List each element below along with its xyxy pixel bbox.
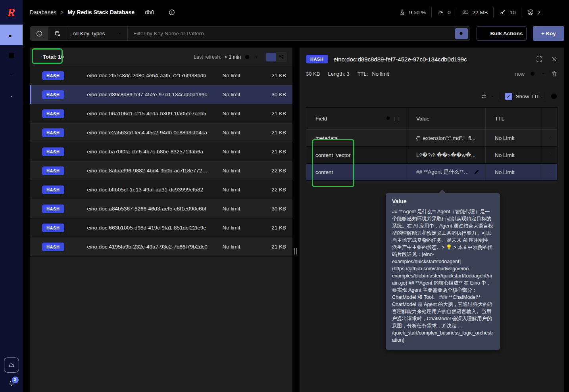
key-size: 21 KB bbox=[255, 111, 286, 117]
show-ttl-toggle[interactable]: ✓ Show TTL bbox=[505, 93, 540, 100]
hash-field-row[interactable]: metadata {"_extension":".md","_fi... No … bbox=[306, 130, 557, 147]
show-ttl-checkbox[interactable]: ✓ bbox=[505, 93, 512, 100]
hash-field-ttl[interactable]: No Limit bbox=[495, 152, 515, 158]
key-filter-group: All Key Types bbox=[30, 26, 470, 41]
insights-button[interactable] bbox=[555, 8, 563, 17]
key-type-badge: HASH bbox=[42, 205, 64, 213]
key-list-row[interactable]: HASH eino:doc:bffb05cf-1e13-49af-aa31-dc… bbox=[30, 180, 292, 199]
fullscreen-icon[interactable] bbox=[536, 55, 543, 63]
sidebar-item-analytics[interactable] bbox=[0, 66, 23, 86]
refresh-settings-chevron[interactable] bbox=[254, 54, 259, 60]
redis-logo[interactable]: R bbox=[0, 0, 23, 25]
value-tooltip: Value ## **Agent 是什么** Agent（智能代理）是一个能够感… bbox=[386, 193, 500, 350]
top-header: Databases > My Redis Stack Database db0 … bbox=[23, 0, 569, 25]
key-ttl: No limit bbox=[208, 73, 255, 78]
key-type-badge: HASH bbox=[42, 147, 64, 156]
refresh-details-chevron[interactable] bbox=[540, 71, 546, 76]
cloud-button[interactable] bbox=[4, 358, 19, 373]
redis-logo-letter: R bbox=[7, 6, 15, 19]
key-list-row[interactable]: HASH eino:doc:4195fa9b-232c-49a7-93c2-7b… bbox=[30, 237, 292, 256]
column-header-ttl: TTL bbox=[495, 116, 504, 122]
plus-circle-icon bbox=[550, 92, 558, 100]
sidebar-item-workbench[interactable] bbox=[0, 45, 23, 66]
breadcrumb-separator: > bbox=[60, 9, 63, 15]
hash-field-row-hovered[interactable]: content ## **Agent 是什么** A... No Limit bbox=[306, 164, 557, 181]
notifications-button[interactable]: 3 bbox=[8, 380, 15, 388]
pencil-icon bbox=[473, 169, 480, 175]
key-list-row[interactable]: HASH eino:doc:06a106d1-cf15-4eda-b309-1f… bbox=[30, 104, 292, 123]
sidebar-item-browser[interactable] bbox=[0, 25, 23, 45]
key-size: 21 KB bbox=[255, 244, 286, 250]
trash-icon[interactable] bbox=[550, 135, 552, 141]
key-ttl: No limit bbox=[208, 187, 255, 193]
key-list-row[interactable]: HASH eino:doc:ba70f0fa-cbf6-4b7c-b8be-83… bbox=[30, 142, 292, 161]
trash-icon[interactable] bbox=[550, 152, 552, 158]
add-key-button[interactable]: + Key bbox=[533, 26, 564, 41]
stat-value: 10 bbox=[509, 10, 515, 15]
db-info-icon[interactable] bbox=[168, 9, 175, 16]
hash-table-header: Field ❘❘ Value TTL bbox=[306, 108, 557, 130]
edit-db-alias-icon[interactable] bbox=[158, 9, 164, 15]
hash-field-value[interactable]: {"_extension":".md","_fi... bbox=[416, 135, 475, 141]
refresh-details-button[interactable] bbox=[529, 71, 536, 77]
sidebar-item-pubsub[interactable] bbox=[0, 86, 23, 107]
key-list-row[interactable]: HASH eino:doc:663b1005-d98d-419c-9fa1-85… bbox=[30, 218, 292, 237]
column-header-field: Field bbox=[315, 116, 327, 122]
bulk-actions-button[interactable]: Bulk Actions bbox=[477, 26, 527, 41]
key-list-row[interactable]: HASH eino:doc:8afaa396-9882-4bd4-9b0b-ac… bbox=[30, 161, 292, 180]
key-name: eino:doc:06a106d1-cf15-4eda-b309-1fa05fe… bbox=[87, 111, 208, 117]
hash-field-value[interactable]: L?�?\? ��>��w�... bbox=[416, 152, 475, 158]
chevron-down-icon bbox=[254, 54, 259, 60]
key-filter-input[interactable] bbox=[133, 31, 455, 36]
ttl-label: TTL: bbox=[358, 71, 368, 77]
key-type-dropdown[interactable]: All Key Types bbox=[67, 27, 127, 40]
add-field-button[interactable] bbox=[550, 92, 558, 100]
key-name: eino:doc:663b1005-d98d-419c-9fa1-851dcf2… bbox=[87, 225, 208, 231]
search-database-icon bbox=[54, 30, 61, 37]
ttl-value[interactable]: No limit bbox=[372, 71, 389, 77]
column-resize-handle[interactable]: ❘❘ bbox=[393, 116, 401, 121]
breadcrumb-databases-link[interactable]: Databases bbox=[30, 9, 56, 15]
search-by-values-button[interactable] bbox=[48, 27, 67, 40]
key-list-row[interactable]: HASH eino:doc:2f51c8dc-2d80-4eb4-aaf5-72… bbox=[30, 66, 292, 85]
stat-value: 2 bbox=[537, 10, 540, 15]
key-ttl: No limit bbox=[208, 206, 255, 212]
db-index-label[interactable]: db0 bbox=[145, 9, 154, 15]
hash-field-ttl[interactable]: No Limit bbox=[495, 169, 515, 175]
key-list-row[interactable]: HASH eino:doc:e2a563dd-fec4-45c2-94db-0e… bbox=[30, 123, 292, 142]
key-size: 22 KB bbox=[255, 187, 286, 193]
hash-field-row[interactable]: content_vector L?�?\? ��>��w�... No Limi… bbox=[306, 147, 557, 164]
key-ttl: No limit bbox=[208, 130, 255, 136]
key-name: eino:doc:8afaa396-9882-4bd4-9b0b-ac7f18e… bbox=[87, 168, 208, 174]
pubsub-icon bbox=[8, 93, 15, 101]
tree-view-button[interactable] bbox=[276, 53, 286, 61]
key-size: 30 KB bbox=[255, 92, 286, 98]
value-formatter-dropdown[interactable] bbox=[481, 93, 495, 100]
hash-field-value[interactable]: ## **Agent 是什么** A... bbox=[416, 168, 470, 176]
key-ttl: No limit bbox=[208, 168, 255, 174]
edit-value-button[interactable] bbox=[473, 169, 480, 175]
filter-mode-button[interactable] bbox=[30, 27, 48, 40]
hash-field-ttl[interactable]: No Limit bbox=[495, 135, 515, 141]
key-type-badge: HASH bbox=[42, 90, 64, 99]
last-refresh-value: < 1 min bbox=[225, 54, 241, 60]
refresh-keys-button[interactable] bbox=[244, 54, 250, 60]
redisinsight-app: R bbox=[0, 0, 569, 392]
key-name: eino:doc:bffb05cf-1e13-49af-aa31-dc93999… bbox=[87, 187, 208, 193]
search-fields-icon[interactable] bbox=[385, 115, 392, 122]
show-ttl-label: Show TTL bbox=[516, 94, 540, 99]
panel-resize-handle[interactable] bbox=[294, 248, 297, 254]
hash-field-name: content bbox=[315, 169, 333, 175]
cloud-icon bbox=[8, 361, 15, 369]
key-list-row[interactable]: HASH eino:doc:a84b5367-8266-46d3-aef5-c6… bbox=[30, 199, 292, 218]
close-icon[interactable] bbox=[551, 55, 558, 63]
connected-clients-icon bbox=[527, 9, 534, 16]
trash-icon[interactable] bbox=[550, 169, 552, 175]
delete-key-button[interactable] bbox=[551, 70, 558, 77]
key-list-row-selected[interactable]: HASH eino:doc:d89c8d89-fef7-452e-97c0-13… bbox=[30, 85, 292, 104]
column-header-value: Value bbox=[416, 116, 430, 122]
list-view-button[interactable] bbox=[266, 53, 276, 61]
chevron-down-icon bbox=[490, 94, 495, 99]
refresh-icon bbox=[529, 71, 536, 77]
apply-filter-button[interactable] bbox=[455, 28, 468, 39]
